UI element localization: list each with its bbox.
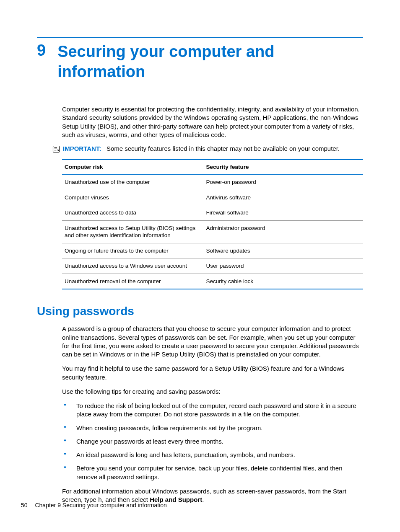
col-header-risk: Computer risk [62, 160, 203, 174]
cell-risk: Unauthorized access to data [62, 205, 203, 221]
cell-risk: Ongoing or future threats to the compute… [62, 243, 203, 258]
footer-page-number: 50 [21, 502, 28, 509]
table-row: Ongoing or future threats to the compute… [62, 243, 363, 258]
security-table: Computer risk Security feature Unauthori… [62, 159, 363, 289]
list-item: Change your passwords at least every thr… [62, 437, 363, 446]
list-item: To reduce the risk of being locked out o… [62, 402, 363, 419]
cell-risk: Unauthorized removal of the computer [62, 274, 203, 289]
cell-risk: Unauthorized use of the computer [62, 174, 203, 190]
table-row: Unauthorized access to dataFirewall soft… [62, 205, 363, 221]
cell-feature: Software updates [203, 243, 363, 258]
chapter-number: 9 [37, 42, 46, 59]
cell-feature: Administrator password [203, 220, 363, 243]
list-item: An ideal password is long and has letter… [62, 451, 363, 459]
intro-paragraph: Computer security is essential for prote… [62, 105, 363, 139]
footer-text: Chapter 9 Securing your computer and inf… [35, 502, 166, 509]
chapter-heading: 9 Securing your computer and information [37, 42, 363, 82]
table-row: Unauthorized removal of the computerSecu… [62, 274, 363, 289]
cell-feature: Antivirus software [203, 190, 363, 205]
important-note-text: IMPORTANT: Some security features listed… [63, 145, 340, 152]
cell-feature: Power-on password [203, 174, 363, 190]
security-table-wrap: Computer risk Security feature Unauthori… [62, 159, 363, 289]
cell-risk: Unauthorized access to Setup Utility (BI… [62, 220, 203, 243]
table-row: Unauthorized access to Setup Utility (BI… [62, 220, 363, 243]
table-row: Computer virusesAntivirus software [62, 190, 363, 205]
passwords-p3: Use the following tips for creating and … [62, 387, 363, 396]
section-title-using-passwords: Using passwords [37, 305, 363, 318]
important-body: Some security features listed in this ch… [106, 145, 340, 152]
note-icon [52, 145, 60, 153]
chapter-title: Securing your computer and information [57, 42, 363, 82]
svg-rect-0 [53, 146, 60, 152]
important-label: IMPORTANT: [63, 145, 101, 152]
cell-feature: User password [203, 258, 363, 274]
password-tips-list: To reduce the risk of being locked out o… [62, 402, 363, 481]
passwords-p2: You may find it helpful to use the same … [62, 364, 363, 382]
table-row: Unauthorized use of the computerPower-on… [62, 174, 363, 190]
top-rule [37, 37, 363, 38]
table-row: Unauthorized access to a Windows user ac… [62, 258, 363, 274]
cell-risk: Computer viruses [62, 190, 203, 205]
page-footer: 50 Chapter 9 Securing your computer and … [21, 502, 167, 509]
section-body: A password is a group of characters that… [62, 325, 363, 505]
table-header-row: Computer risk Security feature [62, 160, 363, 174]
col-header-feature: Security feature [203, 160, 363, 174]
intro-block: Computer security is essential for prote… [62, 105, 363, 139]
cell-risk: Unauthorized access to a Windows user ac… [62, 258, 203, 274]
important-note: IMPORTANT: Some security features listed… [52, 145, 363, 153]
cell-feature: Firewall software [203, 205, 363, 221]
cell-feature: Security cable lock [203, 274, 363, 289]
list-item: Before you send your computer for servic… [62, 464, 363, 481]
passwords-p1: A password is a group of characters that… [62, 325, 363, 359]
p4-end: . [202, 496, 204, 503]
list-item: When creating passwords, follow requirem… [62, 424, 363, 432]
